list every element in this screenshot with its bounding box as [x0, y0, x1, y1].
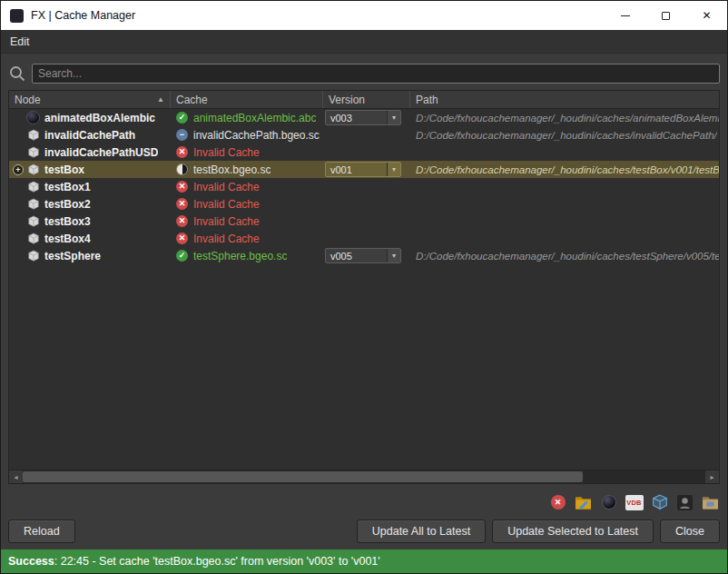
column-header-path[interactable]: Path: [410, 91, 719, 108]
version-value: v001: [326, 164, 387, 175]
table-row[interactable]: + invalidCachePathUSD ✕ Invalid Cache ▾: [9, 144, 719, 161]
node-name: animatedBoxAlembic: [44, 112, 155, 124]
bgeo-icon-button[interactable]: [675, 493, 694, 512]
cache-name: Invalid Cache: [193, 181, 260, 193]
search-input[interactable]: [32, 64, 720, 84]
column-header-version-label: Version: [329, 94, 365, 106]
version-dropdown[interactable]: v003 ▾: [325, 110, 401, 125]
cache-name: invalidCachePath.bgeo.sc: [193, 129, 320, 142]
node-cell[interactable]: + testBox4: [9, 230, 171, 247]
scroll-left-icon: ◂: [14, 473, 17, 481]
node-cell[interactable]: + testBox1: [9, 178, 171, 195]
column-header-cache[interactable]: Cache: [171, 91, 323, 108]
close-icon: ✕: [702, 9, 711, 22]
cache-path: D:/Code/fxhoucachemanager/_houdini/cache…: [416, 164, 719, 175]
node-name: testBox1: [44, 181, 91, 193]
node-cell[interactable]: + testBox: [9, 161, 171, 178]
version-value: v005: [326, 251, 387, 262]
version-cell: v005 ▾: [323, 247, 410, 264]
file-folder-icon-button[interactable]: [701, 493, 720, 512]
node-cell[interactable]: + testBox2: [9, 195, 171, 213]
cache-name: Invalid Cache: [193, 215, 260, 228]
file-folder-icon: [702, 495, 719, 510]
table-row[interactable]: + testBox4 ✕ Invalid Cache ▾: [9, 230, 719, 247]
node-cell[interactable]: + invalidCachePath: [9, 126, 171, 144]
app-icon: [10, 9, 24, 23]
update-all-button[interactable]: Update All to Latest: [357, 520, 486, 543]
table-row[interactable]: + invalidCachePath − invalidCachePath.bg…: [9, 126, 719, 144]
cache-path: D:/Code/fxhoucachemanager/_houdini/cache…: [416, 130, 717, 141]
cache-manager-window: FX | Cache Manager ✕ Edit Node ▲ Cache V…: [0, 0, 728, 574]
horizontal-scrollbar[interactable]: ◂ ▸: [9, 470, 719, 483]
filetype-icon-row: ✕ VDB: [8, 491, 720, 513]
cache-path: D:/Code/fxhoucachemanager/_houdini/cache…: [416, 251, 719, 262]
cache-status-icon: ✕: [176, 215, 188, 227]
minimize-button[interactable]: [605, 1, 645, 30]
update-selected-button[interactable]: Update Selected to Latest: [492, 520, 654, 543]
main-content: Node ▲ Cache Version Path + animatedBoxA…: [1, 54, 727, 549]
cache-status-icon: −: [176, 129, 188, 141]
scroll-left-button[interactable]: ◂: [9, 470, 23, 483]
table-row[interactable]: + testSphere ✓ testSphere.bgeo.sc v005 ▾…: [9, 247, 719, 264]
table-row[interactable]: + testBox2 ✕ Invalid Cache ▾: [9, 195, 719, 213]
table-row[interactable]: + testBox3 ✕ Invalid Cache ▾: [9, 213, 719, 230]
version-dropdown-button[interactable]: ▾: [387, 163, 400, 176]
table-row[interactable]: + testBox testBox.bgeo.sc v001 ▾ D:/Code…: [9, 161, 719, 178]
scroll-right-button[interactable]: ▸: [705, 470, 719, 483]
cache-path: D:/Code/fxhoucachemanager/_houdini/cache…: [416, 113, 719, 124]
invalid-cache-icon: ✕: [551, 495, 566, 510]
node-icon: [26, 128, 40, 142]
cache-status-icon: ✕: [176, 198, 188, 210]
version-cell: v001 ▾: [323, 161, 410, 178]
title-bar: FX | Cache Manager ✕: [1, 1, 727, 30]
node-icon: [26, 214, 40, 228]
vdb-icon-button[interactable]: VDB: [625, 493, 644, 512]
status-bar: Success: 22:45 - Set cache 'testBox.bgeo…: [1, 549, 727, 573]
cache-cell: ✕ Invalid Cache: [171, 195, 323, 213]
node-cell[interactable]: + testSphere: [9, 247, 171, 264]
menu-edit[interactable]: Edit: [1, 30, 39, 53]
scrollbar-thumb[interactable]: [23, 471, 583, 482]
path-cell: D:/Code/fxhoucachemanager/_houdini/cache…: [410, 247, 719, 264]
path-cell: [410, 178, 719, 195]
cache-name: animatedBoxAlembic.abc: [193, 112, 316, 124]
node-cell[interactable]: + animatedBoxAlembic: [9, 109, 171, 126]
column-header-path-label: Path: [416, 94, 438, 106]
path-cell: D:/Code/fxhoucachemanager/_houdini/cache…: [410, 161, 719, 178]
node-cell[interactable]: + testBox3: [9, 213, 171, 230]
maximize-button[interactable]: [645, 1, 686, 30]
sort-ascending-icon: ▲: [157, 95, 164, 104]
status-prefix: Success: [8, 555, 54, 568]
close-button[interactable]: ✕: [686, 1, 727, 30]
version-dropdown[interactable]: v001 ▾: [325, 162, 401, 177]
version-dropdown-button[interactable]: ▾: [387, 249, 400, 262]
paint-folder-icon-button[interactable]: [574, 493, 593, 512]
invalid-cache-icon-button[interactable]: ✕: [548, 493, 567, 512]
version-cell: v003 ▾: [323, 109, 410, 126]
reload-button[interactable]: Reload: [8, 520, 75, 543]
column-header-version[interactable]: Version: [323, 91, 410, 108]
version-cell: ▾: [323, 195, 410, 213]
cache-cell: testBox.bgeo.sc: [171, 161, 323, 178]
node-icon: [26, 111, 40, 124]
node-cell[interactable]: + invalidCachePathUSD: [9, 144, 171, 161]
bgeo-icon: [677, 495, 693, 510]
path-cell: [410, 195, 719, 213]
column-header-node[interactable]: Node ▲: [9, 91, 171, 108]
node-icon: [26, 197, 40, 211]
node-icon: [26, 145, 40, 159]
version-dropdown[interactable]: v005 ▾: [325, 248, 401, 263]
version-value: v003: [326, 113, 387, 124]
table-row[interactable]: + animatedBoxAlembic ✓ animatedBoxAlembi…: [9, 109, 719, 126]
node-icon: [26, 163, 40, 176]
version-dropdown-button[interactable]: ▾: [387, 111, 400, 124]
node-name: testBox4: [44, 233, 91, 245]
node-name: testBox: [44, 163, 84, 176]
geometry-cube-icon-button[interactable]: [650, 493, 669, 512]
close-dialog-button[interactable]: Close: [660, 520, 720, 543]
cache-cell: ✕ Invalid Cache: [171, 144, 323, 161]
alembic-icon-button[interactable]: [599, 493, 618, 512]
table-row[interactable]: + testBox1 ✕ Invalid Cache ▾: [9, 178, 719, 195]
scrollbar-track[interactable]: [23, 470, 705, 483]
path-cell: [410, 144, 719, 161]
